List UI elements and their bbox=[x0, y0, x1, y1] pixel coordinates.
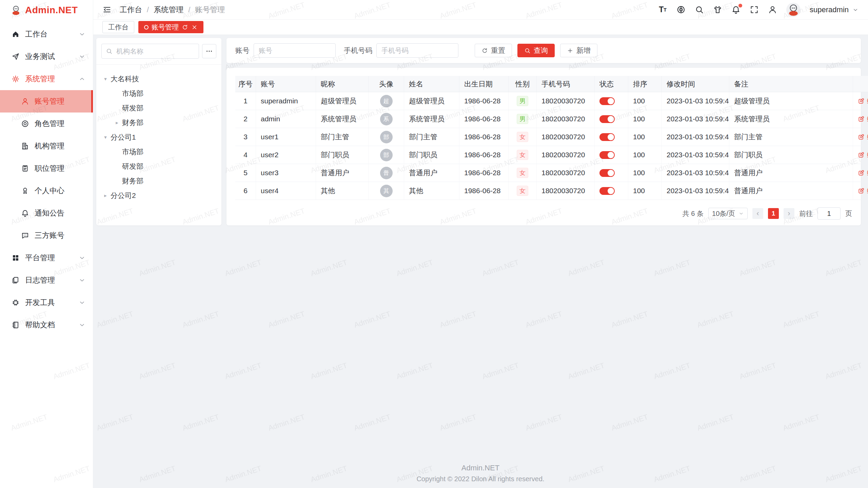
sidebar-item-org-manage[interactable]: 机构管理 bbox=[0, 135, 93, 157]
sidebar-item-dev-tools[interactable]: 开发工具 bbox=[0, 291, 93, 314]
table-row: 1superadmin超级管理员超超级管理员1986-06-28男1802003… bbox=[235, 92, 868, 110]
refresh-tab-icon[interactable] bbox=[182, 24, 188, 30]
chevron-down-icon bbox=[738, 211, 744, 216]
font-size-icon[interactable]: TT bbox=[658, 5, 667, 14]
gender-tag: 女 bbox=[517, 168, 528, 178]
column-header-phone: 手机号码 bbox=[537, 76, 595, 92]
cell-seq: 4 bbox=[235, 146, 256, 164]
user-avatar[interactable] bbox=[786, 3, 801, 17]
tree-expander-icon[interactable]: ▾ bbox=[100, 76, 111, 82]
phone-input[interactable] bbox=[376, 43, 458, 58]
docs-icon bbox=[12, 321, 20, 329]
tree-node-分公司2[interactable]: ▸分公司2 bbox=[100, 188, 217, 203]
fullscreen-icon[interactable] bbox=[750, 5, 759, 14]
sidebar-item-log-manage[interactable]: 日志管理 bbox=[0, 269, 93, 291]
sidebar-item-workbench[interactable]: 工作台 bbox=[0, 23, 93, 45]
next-page-button[interactable]: › bbox=[784, 208, 794, 219]
column-header-avatar: 头像 bbox=[369, 76, 404, 92]
cell-phone: 18020030720 bbox=[537, 182, 595, 200]
page-size-select[interactable]: 10条/页 bbox=[708, 208, 748, 219]
cell-avatar: 超 bbox=[369, 92, 404, 110]
tab-工作台[interactable]: 工作台 bbox=[102, 21, 134, 33]
account-input[interactable] bbox=[254, 43, 336, 58]
query-button[interactable]: 查询 bbox=[517, 44, 555, 57]
language-icon[interactable] bbox=[676, 5, 686, 14]
cell-name: 其他 bbox=[404, 182, 459, 200]
cell-name: 部门职员 bbox=[404, 146, 459, 164]
username[interactable]: superadmin bbox=[810, 5, 849, 14]
profile-person-icon[interactable] bbox=[768, 5, 777, 14]
more-dots-icon bbox=[205, 47, 213, 55]
app-logo[interactable]: Admin.NET bbox=[0, 0, 93, 20]
tree-node-财务部[interactable]: ▸财务部 bbox=[100, 115, 217, 130]
status-toggle[interactable] bbox=[599, 115, 615, 123]
tab-账号管理[interactable]: 账号管理 bbox=[138, 21, 203, 33]
sidebar-item-position-manage[interactable]: 职位管理 bbox=[0, 157, 93, 180]
tree-node-财务部[interactable]: 财务部 bbox=[100, 174, 217, 188]
collapse-menu-icon[interactable] bbox=[102, 5, 112, 14]
edit-button[interactable]: 编辑 bbox=[858, 97, 868, 106]
sidebar-item-business-test[interactable]: 业务测试 bbox=[0, 45, 93, 68]
breadcrumb-item[interactable]: 工作台 bbox=[120, 5, 142, 15]
footer-title: Admin.NET bbox=[93, 464, 868, 472]
tree-node-市场部[interactable]: 市场部 bbox=[100, 86, 217, 101]
tree-node-分公司1[interactable]: ▾分公司1 bbox=[100, 130, 217, 144]
sidebar-item-notice[interactable]: 通知公告 bbox=[0, 202, 93, 224]
status-toggle[interactable] bbox=[599, 187, 615, 195]
page-1-button[interactable]: 1 bbox=[768, 208, 779, 219]
cell-account: superadmin bbox=[256, 92, 316, 110]
sidebar-item-label: 角色管理 bbox=[35, 119, 93, 129]
edit-button[interactable]: 编辑 bbox=[858, 133, 868, 142]
theme-shirt-icon[interactable] bbox=[713, 5, 722, 14]
column-header-ops: 操作 bbox=[853, 76, 868, 92]
tree-node-大名科技[interactable]: ▾大名科技 bbox=[100, 72, 217, 86]
tree-more-button[interactable] bbox=[202, 44, 216, 58]
row-avatar: 部 bbox=[380, 149, 393, 161]
sidebar-item-platform-manage[interactable]: 平台管理 bbox=[0, 247, 93, 269]
sidebar-item-help-docs[interactable]: 帮助文档 bbox=[0, 314, 93, 336]
user-table-card: 序号账号昵称头像姓名出生日期性别手机号码状态排序修改时间备注操作 1supera… bbox=[226, 68, 861, 225]
refresh-icon bbox=[481, 47, 488, 54]
edit-button[interactable]: 编辑 bbox=[858, 150, 868, 160]
close-tab-icon[interactable] bbox=[191, 24, 198, 30]
cell-name: 普通用户 bbox=[404, 164, 459, 182]
status-toggle[interactable] bbox=[599, 97, 615, 105]
bell-icon bbox=[21, 209, 29, 217]
edit-icon bbox=[858, 98, 865, 104]
sidebar-item-account-manage[interactable]: 账号管理 bbox=[0, 90, 93, 113]
tree-node-研发部[interactable]: 研发部 bbox=[100, 159, 217, 174]
chevron-up-icon bbox=[79, 76, 85, 82]
breadcrumb-item[interactable]: 系统管理 bbox=[154, 5, 183, 15]
cell-order: 100 bbox=[628, 128, 662, 146]
sidebar-item-role-manage[interactable]: 角色管理 bbox=[0, 113, 93, 135]
org-search-input[interactable] bbox=[116, 47, 195, 56]
cell-modified: 2023-01-03 10:59:44 bbox=[662, 182, 729, 200]
reset-button[interactable]: 重置 bbox=[475, 44, 512, 57]
sidebar-item-personal-center[interactable]: 个人中心 bbox=[0, 180, 93, 202]
tree-node-研发部[interactable]: 研发部 bbox=[100, 101, 217, 115]
tree-expander-icon[interactable]: ▾ bbox=[100, 134, 111, 140]
status-toggle[interactable] bbox=[599, 133, 615, 141]
table-row: 2admin系统管理员系系统管理员1986-06-28男180200307201… bbox=[235, 110, 868, 128]
user-menu-chevron-icon[interactable] bbox=[852, 7, 859, 13]
edit-icon bbox=[858, 134, 865, 140]
column-header-seq: 序号 bbox=[235, 76, 256, 92]
org-search-box[interactable] bbox=[101, 44, 199, 59]
status-toggle[interactable] bbox=[599, 151, 615, 159]
gender-tag: 女 bbox=[517, 150, 528, 160]
add-button[interactable]: 新增 bbox=[560, 44, 597, 57]
notification-bell-icon[interactable] bbox=[731, 5, 741, 14]
edit-button[interactable]: 编辑 bbox=[858, 186, 868, 196]
sidebar-item-third-account[interactable]: 三方账号 bbox=[0, 224, 93, 247]
edit-button[interactable]: 编辑 bbox=[858, 115, 868, 124]
prev-page-button[interactable]: ‹ bbox=[752, 208, 763, 219]
sidebar-item-system-manage[interactable]: 系统管理 bbox=[0, 68, 93, 90]
tree-node-市场部[interactable]: 市场部 bbox=[100, 144, 217, 159]
tree-expander-icon[interactable]: ▸ bbox=[100, 192, 111, 199]
tree-expander-icon[interactable]: ▸ bbox=[112, 120, 122, 126]
edit-button[interactable]: 编辑 bbox=[858, 168, 868, 178]
status-toggle[interactable] bbox=[599, 169, 615, 177]
table-row: 3user1部门主管部部门主管1986-06-28女18020030720100… bbox=[235, 128, 868, 146]
goto-page-input[interactable] bbox=[817, 207, 841, 220]
search-icon[interactable] bbox=[695, 5, 704, 14]
